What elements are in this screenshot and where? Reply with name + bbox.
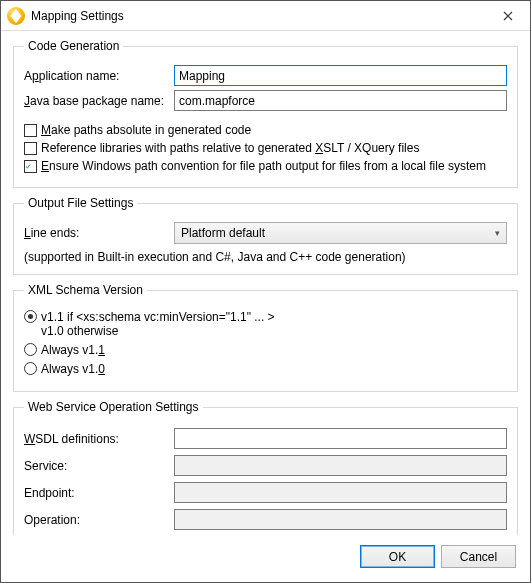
output-note: (supported in Built-in execution and C#,… [24, 250, 507, 264]
line-ends-label: Line ends: [24, 226, 174, 240]
cancel-button[interactable]: Cancel [441, 545, 516, 568]
windows-path-label: Ensure Windows path convention for file … [41, 159, 486, 173]
output-group: Output File Settings Line ends: Platform… [13, 196, 518, 275]
schema-option-v11[interactable]: Always v1.1 [24, 343, 507, 357]
webservice-group: Web Service Operation Settings WSDL defi… [13, 400, 518, 535]
java-pkg-input[interactable] [174, 90, 507, 111]
close-icon [503, 11, 513, 21]
windows-path-checkbox[interactable] [24, 160, 37, 173]
operation-label: Operation: [24, 513, 174, 527]
endpoint-label: Endpoint: [24, 486, 174, 500]
webservice-legend: Web Service Operation Settings [24, 400, 203, 414]
reference-libs-checkbox[interactable] [24, 142, 37, 155]
java-pkg-label: Java base package name: [24, 94, 174, 108]
schema-option-v10[interactable]: Always v1.0 [24, 362, 507, 376]
absolute-paths-checkbox-row[interactable]: Make paths absolute in generated code [24, 123, 507, 137]
app-name-input[interactable] [174, 65, 507, 86]
codegen-legend: Code Generation [24, 39, 123, 53]
schema-radio-v11[interactable] [24, 343, 37, 356]
chevron-down-icon: ▾ [495, 228, 500, 238]
schema-radio-auto[interactable] [24, 310, 37, 323]
absolute-paths-checkbox[interactable] [24, 124, 37, 137]
schema-label-auto: v1.1 if <xs:schema vc:minVersion="1.1" .… [41, 310, 275, 338]
app-name-label: Application name: [24, 69, 174, 83]
reference-libs-checkbox-row[interactable]: Reference libraries with paths relative … [24, 141, 507, 155]
schema-option-auto[interactable]: v1.1 if <xs:schema vc:minVersion="1.1" .… [24, 310, 507, 338]
windows-path-checkbox-row[interactable]: Ensure Windows path convention for file … [24, 159, 507, 173]
ok-button[interactable]: OK [360, 545, 435, 568]
app-icon [7, 7, 25, 25]
line-ends-select[interactable]: Platform default ▾ [174, 222, 507, 244]
operation-input [174, 509, 507, 530]
schema-radio-v10[interactable] [24, 362, 37, 375]
schema-group: XML Schema Version v1.1 if <xs:schema vc… [13, 283, 518, 392]
schema-label-v10: Always v1.0 [41, 362, 105, 376]
check-icon [25, 161, 31, 172]
output-legend: Output File Settings [24, 196, 137, 210]
service-label: Service: [24, 459, 174, 473]
absolute-paths-label: Make paths absolute in generated code [41, 123, 251, 137]
endpoint-input [174, 482, 507, 503]
schema-legend: XML Schema Version [24, 283, 147, 297]
codegen-group: Code Generation Application name: Java b… [13, 39, 518, 188]
schema-label-v11: Always v1.1 [41, 343, 105, 357]
wsdl-input[interactable] [174, 428, 507, 449]
close-button[interactable] [486, 1, 530, 31]
window-title: Mapping Settings [31, 9, 486, 23]
wsdl-label: WSDL definitions: [24, 432, 174, 446]
service-input [174, 455, 507, 476]
line-ends-value: Platform default [181, 226, 265, 240]
reference-libs-label: Reference libraries with paths relative … [41, 141, 419, 155]
